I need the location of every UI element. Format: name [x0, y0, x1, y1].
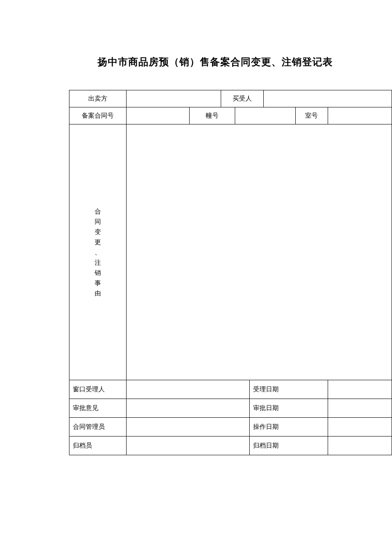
reason-char: 注	[95, 257, 101, 268]
reason-content[interactable]	[127, 124, 392, 380]
operate-date-label: 操作日期	[249, 418, 328, 436]
archive-date-value[interactable]	[328, 436, 392, 455]
archive-value[interactable]	[127, 436, 250, 455]
row-manager: 合同管理员 操作日期	[69, 418, 392, 436]
reason-char: 变	[95, 227, 101, 237]
archive-date-label: 归档日期	[249, 436, 328, 455]
room-label: 室号	[296, 107, 328, 124]
row-approval: 审批意见 审批日期	[69, 399, 392, 418]
buyer-value[interactable]	[264, 90, 392, 107]
archive-label: 归档员	[69, 436, 127, 455]
approve-date-value[interactable]	[328, 399, 392, 418]
row-contract-building-room: 备案合同号 幢号 室号	[69, 107, 392, 124]
buyer-label: 买受人	[221, 90, 264, 107]
reason-char: 合	[95, 206, 101, 217]
approve-label: 审批意见	[69, 399, 127, 418]
reason-char: 由	[95, 288, 101, 298]
row-reason: 合 同 变 更 、 注 销 事 由	[69, 124, 392, 380]
room-value[interactable]	[328, 107, 392, 124]
building-value[interactable]	[235, 107, 296, 124]
seller-value[interactable]	[127, 90, 221, 107]
receive-date-label: 受理日期	[249, 380, 328, 399]
row-archive: 归档员 归档日期	[69, 436, 392, 455]
manager-value[interactable]	[127, 418, 250, 436]
contract-no-value[interactable]	[127, 107, 190, 124]
receive-date-value[interactable]	[328, 380, 392, 399]
row-receiver: 窗口受理人 受理日期	[69, 380, 392, 399]
receiver-value[interactable]	[127, 380, 250, 399]
manager-label: 合同管理员	[69, 418, 127, 436]
seller-label: 出卖方	[69, 90, 127, 107]
reason-label-text: 合 同 变 更 、 注 销 事 由	[95, 206, 101, 298]
approve-date-label: 审批日期	[249, 399, 328, 418]
registration-form: 出卖方 买受人 备案合同号 幢号 室号 合 同 变 更 、 注	[69, 90, 392, 455]
reason-char: 事	[95, 278, 101, 288]
reason-char: 更	[95, 237, 101, 247]
operate-date-value[interactable]	[328, 418, 392, 436]
reason-char: 同	[95, 217, 101, 227]
row-seller-buyer: 出卖方 买受人	[69, 90, 392, 107]
reason-char: 销	[95, 268, 101, 278]
approve-value[interactable]	[127, 399, 250, 418]
receiver-label: 窗口受理人	[69, 380, 127, 399]
building-label: 幢号	[190, 107, 235, 124]
contract-no-label: 备案合同号	[69, 107, 127, 124]
reason-char: 、	[95, 247, 101, 257]
reason-label-cell: 合 同 变 更 、 注 销 事 由	[69, 124, 127, 380]
page-title: 扬中市商品房预（销）售备案合同变更、注销登记表	[55, 55, 375, 69]
